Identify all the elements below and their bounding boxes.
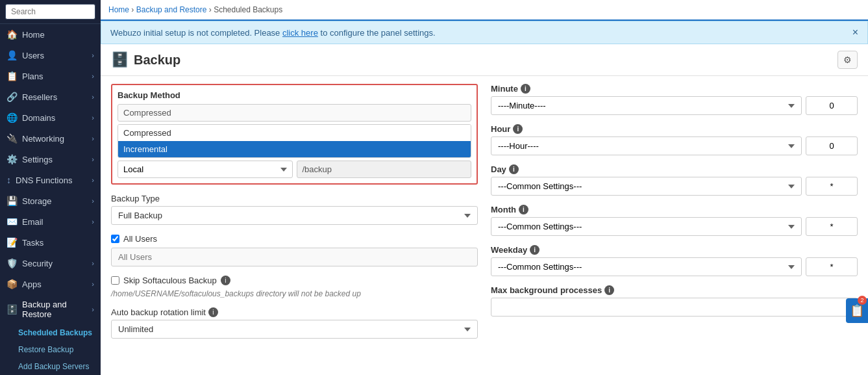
- maxbg-info-icon[interactable]: i: [604, 285, 614, 295]
- skip-softaculous-label[interactable]: Skip Softaculous Backup: [123, 276, 217, 285]
- sidebar-sublabel-scheduled: Scheduled Backups: [18, 328, 92, 337]
- sidebar-item-users[interactable]: 👤 Users ›: [0, 45, 101, 66]
- resellers-icon: 🔗: [6, 92, 18, 102]
- cron-weekday-input[interactable]: [806, 257, 858, 276]
- topbar: Home › Backup and Restore › Scheduled Ba…: [101, 0, 868, 21]
- search-box[interactable]: [0, 0, 101, 24]
- float-icon: 📋: [850, 304, 864, 317]
- backup-type-group: Backup Type Full Backup Incremental Back…: [111, 194, 478, 225]
- month-info-icon[interactable]: i: [519, 205, 528, 214]
- search-input[interactable]: [5, 4, 95, 19]
- chevron-right-icon: ›: [92, 176, 94, 184]
- cron-month-input[interactable]: [806, 217, 858, 236]
- plans-icon: 📋: [6, 71, 18, 81]
- cron-minute-select[interactable]: ----Minute----: [491, 96, 802, 115]
- sidebar-label-resellers: Resellers: [22, 92, 57, 102]
- cron-day-row: ---Common Settings---: [491, 177, 858, 196]
- sidebar-item-backup[interactable]: 🗄️ Backup and Restore ›: [0, 294, 101, 324]
- cron-minute-row: ----Minute----: [491, 96, 858, 115]
- hour-info-icon[interactable]: i: [513, 124, 523, 134]
- chevron-right-icon: ›: [92, 93, 94, 101]
- cron-month-select[interactable]: ---Common Settings---: [491, 217, 802, 236]
- all-users-group: All Users: [111, 234, 478, 266]
- page-title: 🗄️ Backup: [111, 51, 180, 68]
- chevron-right-icon: ›: [92, 197, 94, 205]
- cron-day-select[interactable]: ---Common Settings---: [491, 177, 802, 196]
- sidebar-subitem-add-servers[interactable]: Add Backup Servers: [0, 358, 101, 375]
- sidebar-item-tasks[interactable]: 📝 Tasks: [0, 232, 101, 253]
- breadcrumb-home[interactable]: Home: [108, 5, 129, 14]
- users-input[interactable]: [111, 248, 478, 266]
- notice-close-button[interactable]: ×: [852, 27, 858, 38]
- backup-type-label: Backup Type: [111, 194, 478, 203]
- auto-rotation-select[interactable]: Unlimited 1 2 5 10: [111, 320, 478, 339]
- option-compressed[interactable]: Compressed: [118, 125, 471, 141]
- float-button[interactable]: 📋 2: [846, 298, 868, 323]
- sidebar-item-dns[interactable]: ↕️ DNS Functions ›: [0, 170, 101, 190]
- sidebar-item-plans[interactable]: 📋 Plans ›: [0, 66, 101, 86]
- backup-method-dropdown: Compressed Incremental: [118, 124, 471, 158]
- sidebar-label-home: Home: [22, 30, 45, 40]
- cron-hour-label: Hour i: [491, 124, 858, 134]
- notice-link[interactable]: click here: [282, 28, 318, 38]
- cron-hour-input[interactable]: [806, 136, 858, 155]
- security-icon: 🛡️: [6, 258, 18, 268]
- notice-bar: Webuzo initial setup is not completed. P…: [101, 21, 868, 44]
- skip-softaculous-info-icon[interactable]: i: [221, 276, 230, 285]
- skip-softaculous-group: Skip Softaculous Backup i /home/USERNAME…: [111, 276, 478, 298]
- auto-rotation-group: Auto backup rotation limit i Unlimited 1…: [111, 307, 478, 339]
- cron-hour-group: Hour i ----Hour----: [491, 124, 858, 155]
- sidebar-subitem-scheduled[interactable]: Scheduled Backups: [0, 324, 101, 341]
- storage-icon: 💾: [6, 196, 18, 206]
- form-row: Backup Method Compressed Incremental Loc…: [101, 76, 868, 356]
- all-users-label[interactable]: All Users: [123, 234, 157, 244]
- page-title-row: 🗄️ Backup ⚙: [101, 44, 868, 76]
- sidebar-item-email[interactable]: ✉️ Email ›: [0, 211, 101, 232]
- float-badge: 2: [858, 296, 867, 305]
- breadcrumb-sep1: ›: [131, 5, 136, 14]
- sidebar-label-dns: DNS Functions: [16, 175, 72, 185]
- sidebar-item-home[interactable]: 🏠 Home: [0, 24, 101, 45]
- option-incremental[interactable]: Incremental: [118, 141, 471, 157]
- auto-rotation-info-icon[interactable]: i: [208, 307, 218, 317]
- cron-minute-input[interactable]: [806, 96, 858, 115]
- cron-month-row: ---Common Settings---: [491, 217, 858, 236]
- chevron-right-icon: ›: [92, 155, 94, 163]
- backup-method-input[interactable]: [118, 104, 471, 122]
- sidebar-item-storage[interactable]: 💾 Storage ›: [0, 190, 101, 211]
- storage-select[interactable]: Local: [118, 161, 293, 178]
- sidebar-label-security: Security: [22, 259, 53, 268]
- sidebar-item-networking[interactable]: 🔌 Networking ›: [0, 128, 101, 149]
- sidebar-subitem-restore[interactable]: Restore Backup: [0, 341, 101, 358]
- cron-weekday-group: Weekday i ---Common Settings---: [491, 245, 858, 276]
- skip-softaculous-note: /home/USERNAME/softaculous_backups direc…: [111, 289, 478, 298]
- page-title-text: Backup: [134, 53, 180, 68]
- users-icon: 👤: [6, 50, 18, 60]
- page-settings-button[interactable]: ⚙: [837, 51, 858, 69]
- sidebar-item-domains[interactable]: 🌐 Domains ›: [0, 107, 101, 128]
- backup-type-select[interactable]: Full Backup Incremental Backup: [111, 206, 478, 225]
- sidebar-label-networking: Networking: [22, 134, 64, 144]
- skip-softaculous-checkbox[interactable]: [111, 276, 119, 285]
- chevron-right-icon: ›: [92, 305, 94, 313]
- cron-hour-row: ----Hour----: [491, 136, 858, 155]
- cron-maxbg-input[interactable]: [491, 298, 858, 317]
- all-users-checkbox[interactable]: [111, 235, 119, 243]
- sidebar-sublabel-restore: Restore Backup: [18, 345, 73, 354]
- chevron-right-icon: ›: [92, 51, 94, 59]
- breadcrumb-backup[interactable]: Backup and Restore: [136, 5, 207, 14]
- day-info-icon[interactable]: i: [509, 164, 519, 174]
- cron-weekday-select[interactable]: ---Common Settings---: [491, 257, 802, 276]
- sidebar-item-security[interactable]: 🛡️ Security ›: [0, 253, 101, 274]
- minute-info-icon[interactable]: i: [521, 84, 530, 94]
- settings-icon: ⚙️: [6, 154, 18, 164]
- weekday-info-icon[interactable]: i: [530, 245, 539, 255]
- sidebar-label-users: Users: [22, 51, 44, 60]
- cron-hour-select[interactable]: ----Hour----: [491, 136, 802, 155]
- cron-day-group: Day i ---Common Settings---: [491, 164, 858, 196]
- sidebar-item-settings[interactable]: ⚙️ Settings ›: [0, 149, 101, 170]
- cron-day-input[interactable]: [806, 177, 858, 196]
- cron-maxbg-label: Max background processes i: [491, 285, 858, 295]
- sidebar-item-resellers[interactable]: 🔗 Resellers ›: [0, 86, 101, 107]
- sidebar-item-apps[interactable]: 📦 Apps ›: [0, 274, 101, 294]
